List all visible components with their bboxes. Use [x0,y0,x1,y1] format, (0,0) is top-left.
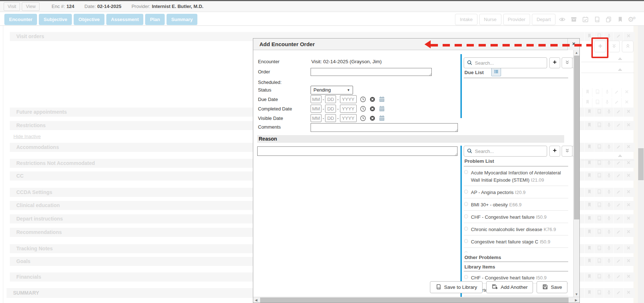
row-bookmark-button[interactable] [584,108,594,117]
row-book-button[interactable] [594,257,604,266]
scroll-left-arrow[interactable]: ◀ [253,297,259,303]
calendar-icon[interactable] [378,96,385,103]
row-bookmark-button[interactable] [582,98,592,107]
section-tab-summary[interactable]: Summary [167,14,197,25]
row-pencil-button[interactable] [614,214,623,223]
row-microphone-button[interactable] [604,288,614,298]
row-bookmark-button[interactable] [584,121,594,130]
clear-date-icon[interactable] [369,115,376,121]
row-book-button[interactable] [594,171,604,181]
section-tab-encounter[interactable]: Encounter [4,14,37,25]
dialog-vscroll-thumb[interactable] [574,56,579,219]
comments-textarea[interactable] [311,123,458,132]
row-book-button[interactable] [594,214,604,223]
visible-month-input[interactable] [311,114,321,122]
add-another-button[interactable]: Add Another [486,281,533,293]
clock-icon[interactable] [360,96,366,103]
row-pencil-button[interactable] [614,272,623,282]
save-button[interactable]: Save [537,281,567,293]
row-bookmark-button[interactable] [584,257,594,266]
row-microphone-button[interactable] [604,32,614,41]
row-bookmark-button[interactable] [584,32,594,41]
row-delete-button[interactable] [623,244,633,253]
row-bookmark-button[interactable] [584,143,594,152]
visible-day-input[interactable] [325,114,336,122]
row-delete-button[interactable] [623,108,633,117]
scroll-down-arrow[interactable]: ▼ [574,292,579,297]
problem-expand-button[interactable] [562,146,573,157]
stage-button-nurse[interactable]: Nurse [479,14,501,25]
row-pencil-button[interactable] [614,171,623,181]
due-add-button[interactable] [549,57,560,68]
row-pencil-button[interactable] [614,257,623,266]
clock-icon[interactable] [360,115,366,122]
row-microphone-button[interactable] [604,272,614,282]
copy-icon[interactable] [604,15,614,25]
book-icon[interactable] [592,15,602,25]
row-pencil-button[interactable] [612,98,622,107]
row-delete-button[interactable] [623,257,633,266]
stage-button-intake[interactable]: Intake [455,14,477,25]
clock-icon[interactable] [360,105,366,112]
row-bookmark-button[interactable] [584,272,594,282]
row-microphone-button[interactable] [604,188,614,197]
expand-all-button[interactable] [608,41,620,52]
row-delete-button[interactable] [623,272,633,282]
section-tab-assessment[interactable]: Assessment [106,14,144,25]
row-pencil-button[interactable] [614,244,623,253]
hide-inactive-link[interactable]: Hide Inactive [13,134,41,139]
row-pencil-button[interactable] [614,188,623,197]
save-to-library-button[interactable]: Save to Library [430,281,483,293]
row-pencil-button[interactable] [614,108,623,117]
clear-date-icon[interactable] [369,106,376,112]
close-button[interactable] [567,39,579,50]
row-delete-button[interactable] [623,214,633,223]
row-delete-button[interactable] [623,188,633,197]
problem-list-item[interactable]: Coronary Atherosclerosis of Native C [464,248,568,252]
row-bookmark-button[interactable] [582,88,592,97]
order-lookup-button[interactable] [491,68,501,76]
stage-button-provider[interactable]: Provider [503,14,530,25]
problem-list-item[interactable]: BMI 30+ - obesityE66.9 [464,198,568,211]
problem-list-item[interactable]: Congestive heart failure stage CI50.9 [464,235,568,248]
row-microphone-button[interactable] [602,88,612,97]
stage-button-depart[interactable]: Depart [532,14,555,25]
calendar-icon[interactable] [378,115,385,122]
scroll-right-arrow[interactable]: ▶ [573,297,579,303]
row-microphone-button[interactable] [604,108,614,117]
row-book-button[interactable] [594,201,604,210]
due-month-input[interactable] [311,95,321,103]
collapse-triangle[interactable] [618,57,622,60]
collapse-triangle[interactable] [618,154,622,157]
reason-input[interactable] [257,146,458,156]
row-book-button[interactable] [594,121,604,130]
completed-year-input[interactable] [340,105,357,113]
row-delete-button[interactable] [622,98,631,107]
dialog-vertical-scrollbar[interactable]: ▲ ▼ [573,50,579,297]
calendar-icon[interactable] [378,105,385,112]
order-input[interactable] [311,68,432,76]
section-tab-objective[interactable]: Objective [74,14,104,25]
row-bookmark-button[interactable] [584,288,594,298]
dialog-horizontal-scrollbar[interactable]: ◀ ▶ [253,297,579,303]
row-bookmark-button[interactable] [584,228,594,237]
section-tab-plan[interactable]: Plan [145,14,164,25]
row-bookmark-button[interactable] [584,214,594,223]
visible-year-input[interactable] [340,114,357,122]
row-pencil-button[interactable] [612,88,622,97]
row-book-button[interactable] [594,228,604,237]
bookmark-icon[interactable] [615,15,625,25]
add-order-button[interactable] [594,41,606,52]
row-pencil-button[interactable] [614,143,623,152]
row-microphone-button[interactable] [604,257,614,266]
row-microphone-button[interactable] [602,98,612,107]
row-book-button[interactable] [594,188,604,197]
problem-list-item[interactable]: CHF - Congestive heart failureI50.9 [464,211,568,223]
row-pencil-button[interactable] [614,288,623,298]
row-bookmark-button[interactable] [584,201,594,210]
row-book-button[interactable] [594,272,604,282]
row-book-button[interactable] [592,88,602,97]
problem-list-item[interactable]: Acute Myocardial Infarction of Anterolat… [464,166,568,186]
problem-list-item[interactable]: Chronic nonalcoholic liver diseaseK76.9 [464,223,568,235]
calendar-check-icon[interactable] [581,15,590,25]
